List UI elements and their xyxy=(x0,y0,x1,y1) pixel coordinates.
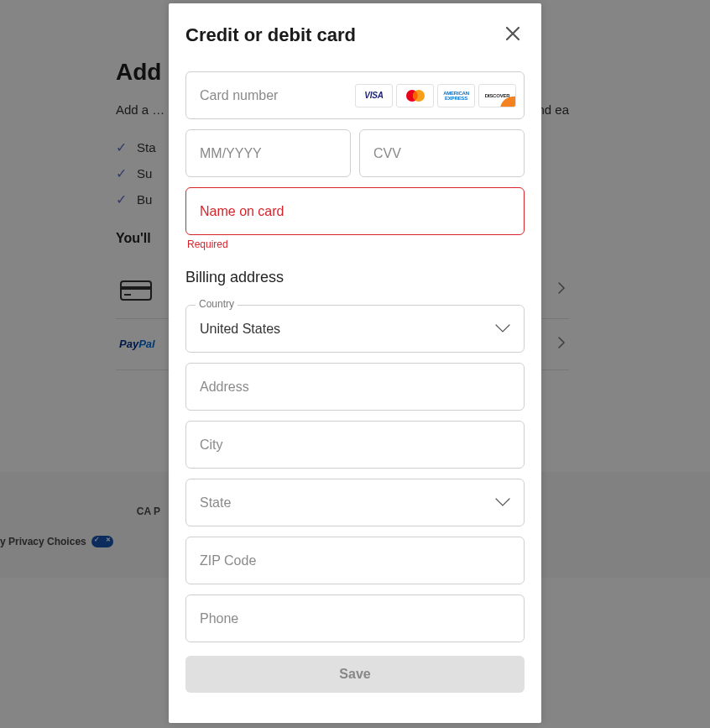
phone-input[interactable] xyxy=(185,594,525,642)
name-on-card-input[interactable] xyxy=(185,187,525,235)
expiry-field-wrap xyxy=(185,129,351,177)
modal-scroll-area[interactable]: VISA AMERICANEXPRESS DISCOVER xyxy=(169,60,541,723)
country-label: Country xyxy=(196,298,238,310)
page-background: Add Add a … kly and ea ✓ Sta ✓ Su ✓ Bu Y… xyxy=(0,0,710,728)
phone-field-wrap xyxy=(185,594,525,642)
billing-section-title: Billing address xyxy=(185,269,525,286)
save-button[interactable]: Save xyxy=(185,656,525,693)
cvv-input[interactable] xyxy=(359,129,525,177)
close-icon xyxy=(504,25,521,42)
name-field-wrap: Required xyxy=(185,187,525,250)
modal-header: Credit or debit card xyxy=(169,3,541,60)
country-select[interactable] xyxy=(185,305,525,353)
zip-input[interactable] xyxy=(185,537,525,584)
state-select[interactable] xyxy=(185,479,525,526)
card-brand-icons: VISA AMERICANEXPRESS DISCOVER xyxy=(355,84,516,107)
zip-field-wrap xyxy=(185,537,525,584)
address-field-wrap xyxy=(185,363,525,411)
address-input[interactable] xyxy=(185,363,525,411)
discover-icon: DISCOVER xyxy=(478,84,516,107)
amex-icon: AMERICANEXPRESS xyxy=(437,84,475,107)
visa-icon: VISA xyxy=(355,84,393,107)
city-field-wrap xyxy=(185,421,525,469)
card-number-field-wrap: VISA AMERICANEXPRESS DISCOVER xyxy=(185,71,525,119)
city-input[interactable] xyxy=(185,421,525,469)
card-modal: Credit or debit card VISA AMERICANEXPRES… xyxy=(169,3,541,723)
expiry-input[interactable] xyxy=(185,129,351,177)
close-button[interactable] xyxy=(501,22,525,48)
state-field-wrap xyxy=(185,479,525,526)
mastercard-icon xyxy=(396,84,434,107)
modal-title: Credit or debit card xyxy=(185,24,356,46)
country-field-wrap: Country xyxy=(185,305,525,353)
cvv-field-wrap xyxy=(359,129,525,177)
name-error-message: Required xyxy=(187,238,525,250)
